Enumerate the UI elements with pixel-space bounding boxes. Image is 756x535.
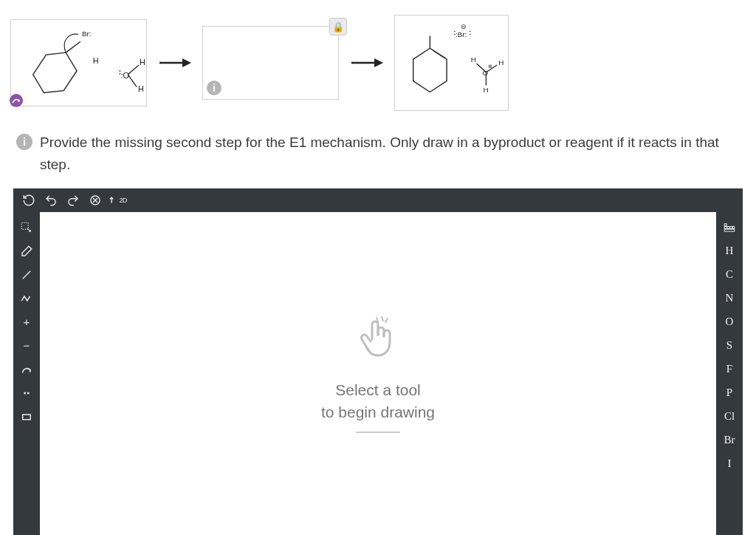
svg-text:⊕: ⊕ — [488, 64, 492, 69]
svg-text:H: H — [483, 86, 488, 94]
product-panel: :Br: ⊖ O ⊕ H H H — [394, 15, 509, 111]
element-P[interactable]: P — [718, 382, 740, 404]
svg-line-36 — [382, 317, 383, 321]
svg-point-18 — [454, 34, 456, 35]
svg-rect-39 — [724, 224, 726, 226]
editor-top-toolbar: 2D — [13, 188, 743, 212]
svg-point-20 — [470, 34, 471, 35]
svg-rect-41 — [727, 226, 729, 228]
info-icon: i — [16, 134, 32, 150]
svg-text:H: H — [93, 56, 99, 65]
instruction-row: i Provide the missing second step for th… — [0, 117, 756, 188]
reaction-arrow-2 — [346, 56, 387, 69]
charge-plus-tool[interactable]: + — [16, 311, 38, 333]
svg-line-32 — [23, 271, 31, 279]
element-N[interactable]: N — [718, 287, 740, 310]
svg-text:O: O — [482, 69, 488, 77]
svg-line-37 — [385, 318, 388, 322]
element-F[interactable]: F — [718, 358, 740, 381]
redo-button[interactable] — [63, 191, 83, 210]
product-structure: :Br: ⊖ O ⊕ H H H — [395, 15, 508, 111]
reaction-arrow-1 — [154, 56, 195, 69]
periodic-table-button[interactable] — [718, 217, 740, 239]
svg-line-14 — [433, 50, 444, 58]
svg-text::O: :O — [120, 71, 128, 80]
reset-button[interactable] — [19, 191, 38, 210]
canvas-placeholder: Select a tool to begin drawing — [321, 379, 435, 433]
svg-marker-13 — [374, 58, 383, 67]
select-tool[interactable] — [16, 217, 38, 239]
reaction-row: Br: H :O H H i 🔒 — [0, 0, 756, 117]
charge-minus-tool[interactable]: − — [16, 335, 38, 357]
svg-text:H: H — [140, 58, 145, 67]
svg-text::Br:: :Br: — [456, 30, 467, 38]
element-C[interactable]: C — [718, 264, 740, 286]
view-2d-button[interactable]: 2D — [108, 191, 127, 210]
instruction-text: Provide the missing second step for the … — [40, 132, 740, 177]
reactant-panel: Br: H :O H H — [10, 19, 147, 106]
element-Br[interactable]: Br — [718, 429, 740, 451]
lone-pair-tool[interactable] — [16, 382, 38, 404]
canvas-placeholder-line2: to begin drawing — [321, 401, 435, 423]
svg-line-3 — [128, 65, 139, 75]
rectangle-tool[interactable] — [16, 406, 38, 428]
zoom-fit-button[interactable] — [86, 191, 105, 210]
right-toolbar: H C N O S F P Cl Br I — [716, 212, 743, 535]
svg-point-19 — [470, 31, 471, 33]
svg-line-0 — [66, 41, 80, 52]
missing-step-panel[interactable]: i 🔒 — [202, 26, 339, 100]
curved-arrow-tool[interactable] — [16, 358, 38, 381]
element-Cl[interactable]: Cl — [718, 406, 740, 428]
erase-tool[interactable] — [16, 240, 38, 262]
element-H[interactable]: H — [718, 240, 740, 262]
chain-tool[interactable] — [16, 287, 38, 310]
svg-text:⊖: ⊖ — [461, 23, 467, 30]
element-I[interactable]: I — [718, 453, 740, 475]
drawing-canvas[interactable]: Select a tool to begin drawing — [40, 212, 716, 535]
svg-point-8 — [119, 70, 120, 72]
element-O[interactable]: O — [718, 311, 740, 333]
svg-line-4 — [128, 75, 137, 87]
svg-text:H: H — [138, 84, 144, 93]
svg-point-9 — [119, 73, 120, 75]
svg-marker-11 — [182, 58, 191, 67]
svg-point-17 — [454, 31, 456, 33]
structure-editor: 2D + − — [13, 188, 743, 535]
svg-rect-35 — [23, 415, 31, 420]
svg-rect-40 — [724, 226, 726, 228]
canvas-placeholder-line1: Select a tool — [321, 379, 435, 401]
panel-mechanism-badge[interactable] — [10, 94, 23, 107]
left-toolbar: + − — [13, 212, 40, 535]
svg-rect-42 — [730, 226, 732, 228]
lock-icon: 🔒 — [329, 18, 347, 35]
info-icon[interactable]: i — [207, 81, 221, 95]
element-S[interactable]: S — [718, 335, 740, 357]
svg-rect-43 — [733, 226, 735, 228]
bond-tool[interactable] — [16, 264, 38, 286]
undo-button[interactable] — [41, 191, 61, 210]
svg-point-34 — [27, 392, 30, 394]
svg-text:H: H — [471, 55, 476, 64]
svg-text:Br:: Br: — [82, 30, 92, 38]
svg-text:H: H — [498, 58, 504, 67]
reactant-structure: Br: H :O H H — [11, 19, 146, 106]
svg-rect-44 — [724, 229, 735, 231]
pointer-hand-icon — [354, 314, 402, 361]
svg-point-33 — [24, 392, 26, 394]
